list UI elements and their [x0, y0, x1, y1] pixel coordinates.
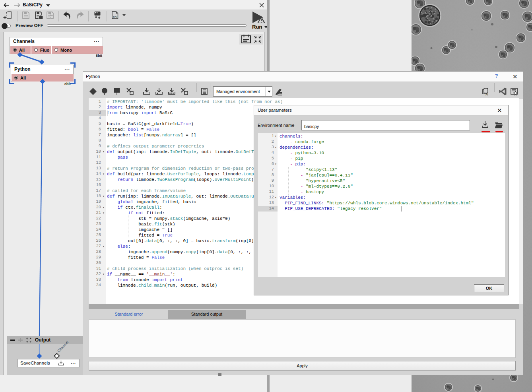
svg-text:Channel: Channel	[56, 340, 70, 353]
svg-text:Ai: Ai	[485, 93, 488, 96]
